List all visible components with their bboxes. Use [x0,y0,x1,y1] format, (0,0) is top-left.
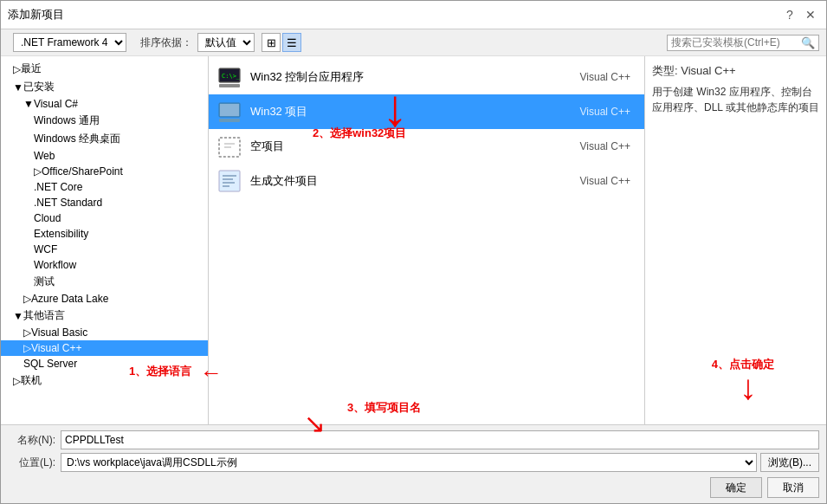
location-wrap: D:\vs workplace\java调用CSDLL示例 浏览(B)... [61,453,819,472]
sidebar-item-wcf[interactable]: WCF [1,242,208,257]
list-view-button[interactable]: ☰ [282,33,301,52]
installed-arrow: ▼ [13,81,23,94]
alliance-arrow: ▷ [13,375,21,387]
net-standard-label: .NET Standard [34,197,102,209]
win32-project-lang: Visual C++ [580,106,637,118]
windows-common-label: Windows 通用 [34,113,100,128]
alliance-label: 联机 [21,373,42,388]
extensibility-label: Extensibility [34,228,88,240]
template-makefile[interactable]: 生成文件项目 Visual C++ [209,164,644,198]
recent-arrow: ▷ [13,63,21,75]
makefile-icon [216,167,243,195]
view-toggle: ⊞ ☰ [262,33,301,52]
empty-project-lang: Visual C++ [580,140,637,152]
title-bar: 添加新项目 ? ✕ [1,1,826,29]
wcf-label: WCF [34,243,57,255]
other-lang-arrow: ▼ [13,310,23,322]
win32-project-icon [216,98,243,126]
visual-cs-label: Visual C# [34,98,78,110]
search-input[interactable] [671,36,801,48]
cancel-button[interactable]: 取消 [767,477,819,498]
vb-label: Visual Basic [31,326,87,339]
bottom-buttons: 确定 取消 [8,477,819,498]
sidebar-item-visual-cpp[interactable]: ▷ Visual C++ [1,340,208,356]
svg-rect-3 [219,84,240,87]
sidebar-item-visual-cs[interactable]: ▼ Visual C# [1,96,208,112]
vb-arrow: ▷ [23,326,31,339]
installed-label: 已安装 [23,80,55,94]
toolbar: .NET Framework 4 排序依据： 默认值 ⊞ ☰ 🔍 [1,29,826,56]
win32-console-name: Win32 控制台应用程序 [250,69,580,85]
web-label: Web [34,150,55,162]
right-panel: 类型: Visual C++ 用于创建 Win32 应用程序、控制台应用程序、D… [644,56,826,424]
close-button[interactable]: ✕ [802,6,819,23]
cpp-label: Visual C++ [31,342,81,354]
browse-button[interactable]: 浏览(B)... [760,453,819,472]
makefile-lang: Visual C++ [580,175,637,187]
sidebar-item-azure[interactable]: ▷ Azure Data Lake [1,291,208,307]
sidebar-item-other-lang[interactable]: ▼ 其他语言 [1,307,208,325]
bottom-bar: 名称(N): 位置(L): D:\vs workplace\java调用CSDL… [1,424,826,503]
center-panel: C:\>_ Win32 控制台应用程序 Visual C++ [209,56,644,424]
sidebar-item-workflow[interactable]: Workflow [1,257,208,273]
win32-console-lang: Visual C++ [580,71,637,83]
svg-rect-5 [220,104,239,116]
template-empty-project[interactable]: 空项目 Visual C++ [209,129,644,164]
location-label: 位置(L): [8,456,55,470]
win32-console-icon: C:\>_ [216,63,243,91]
net-core-label: .NET Core [34,181,82,193]
main-content: ▷ 最近 ▼ 已安装 ▼ Visual C# Windows 通用 Window… [1,56,826,424]
sidebar-item-web[interactable]: Web [1,148,208,164]
sidebar-item-installed[interactable]: ▼ 已安装 [1,78,208,96]
sql-label: SQL Server [23,358,77,370]
title-controls: ? ✕ [781,6,819,23]
svg-rect-6 [219,119,240,122]
help-button[interactable]: ? [781,6,798,23]
cpp-arrow: ▷ [23,342,31,354]
sidebar-item-extensibility[interactable]: Extensibility [1,226,208,242]
azure-label: Azure Data Lake [31,293,108,305]
sidebar-item-alliance[interactable]: ▷ 联机 [1,372,208,390]
office-arrow: ▷ [34,165,42,178]
sidebar-item-sql-server[interactable]: SQL Server [1,356,208,372]
windows-classic-label: Windows 经典桌面 [34,132,120,146]
right-panel-desc: 用于创建 Win32 应用程序、控制台应用程序、DLL 或其他静态库的项目 [652,84,819,115]
sidebar-item-net-core[interactable]: .NET Core [1,179,208,195]
other-lang-label: 其他语言 [23,308,65,323]
framework-select[interactable]: .NET Framework 4 [13,33,126,52]
sidebar-item-net-standard[interactable]: .NET Standard [1,195,208,210]
name-input[interactable] [61,430,819,449]
cloud-label: Cloud [34,212,61,224]
grid-view-button[interactable]: ⊞ [262,33,281,52]
sort-select[interactable]: 默认值 [197,33,255,52]
sidebar-item-test[interactable]: 测试 [1,273,208,291]
azure-arrow: ▷ [23,293,31,305]
sort-label: 排序依据： [140,36,192,50]
sidebar-item-windows-common[interactable]: Windows 通用 [1,112,208,130]
win32-project-name: Win32 项目 [250,104,580,120]
sidebar-item-windows-classic[interactable]: Windows 经典桌面 [1,130,208,148]
sidebar-item-office-sharepoint[interactable]: ▷ Office/SharePoint [1,164,208,179]
add-new-project-dialog: 添加新项目 ? ✕ .NET Framework 4 排序依据： 默认值 ⊞ ☰… [0,0,827,504]
template-list: C:\>_ Win32 控制台应用程序 Visual C++ [209,56,644,424]
name-label: 名称(N): [8,433,55,448]
office-label: Office/SharePoint [42,165,123,178]
empty-project-icon [216,132,243,160]
name-row: 名称(N): [8,430,819,449]
left-panel: ▷ 最近 ▼ 已安装 ▼ Visual C# Windows 通用 Window… [1,56,209,424]
svg-rect-10 [219,171,240,191]
sidebar-item-recent[interactable]: ▷ 最近 [1,60,208,78]
sidebar-item-visual-basic[interactable]: ▷ Visual Basic [1,325,208,340]
template-win32-console[interactable]: C:\>_ Win32 控制台应用程序 Visual C++ [209,60,644,94]
sidebar-item-cloud[interactable]: Cloud [1,210,208,226]
makefile-name: 生成文件项目 [250,173,580,189]
ok-button[interactable]: 确定 [710,477,762,498]
empty-project-name: 空项目 [250,139,580,154]
location-select[interactable]: D:\vs workplace\java调用CSDLL示例 [61,453,757,472]
test-label: 测试 [34,275,55,289]
visual-cs-arrow: ▼ [23,98,34,110]
template-win32-project[interactable]: Win32 项目 Visual C++ [209,94,644,129]
location-row: 位置(L): D:\vs workplace\java调用CSDLL示例 浏览(… [8,453,819,472]
search-icon[interactable]: 🔍 [801,36,815,49]
workflow-label: Workflow [34,259,76,271]
